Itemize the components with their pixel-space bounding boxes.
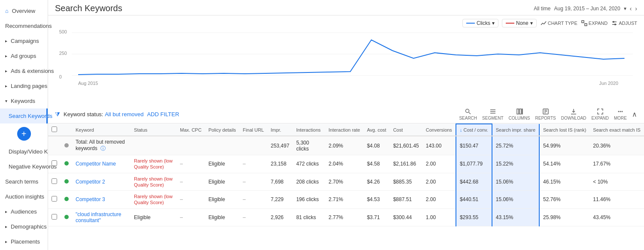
sidebar-item-search-terms[interactable]: Search terms (0, 174, 48, 189)
row-conversions-0: 2.00 (422, 155, 456, 173)
row-dot-0 (61, 155, 72, 173)
sidebar-item-campaigns[interactable]: ▸ Campaigns (0, 33, 48, 48)
total-dot-cell (61, 136, 72, 155)
download-toolbar-btn[interactable]: DOWNLOAD (561, 108, 586, 120)
th-avg-cost[interactable]: Avg. cost (364, 124, 390, 136)
row-select-checkbox-3[interactable] (52, 214, 57, 220)
nav-back-icon[interactable]: ‹ (630, 5, 632, 12)
chart-type-btn[interactable]: CHART TYPE (540, 20, 577, 27)
adjust-btn[interactable]: ADJUST (611, 20, 637, 27)
row-avg-cost-2: $4.53 (364, 191, 390, 209)
status-cell-1: Rarely shown (low Quality Score) (131, 173, 176, 191)
row-checkbox-0[interactable] (48, 155, 61, 173)
svg-text:Jun 2020: Jun 2020 (599, 81, 618, 86)
sidebar-item-demographics[interactable]: ▸ Demographics (0, 219, 48, 234)
row-select-checkbox-2[interactable] (52, 196, 57, 202)
segment-toolbar-btn[interactable]: SEGMENT (482, 108, 503, 120)
row-final-url-0: – (240, 155, 267, 173)
none-label: None (516, 20, 529, 26)
row-cost-0: $2,161.86 (390, 155, 422, 173)
date-range-dropdown-icon[interactable]: ▾ (624, 6, 626, 12)
svg-rect-1 (585, 24, 587, 26)
clicks-legend[interactable]: Clicks ▾ (462, 19, 498, 27)
reports-label: REPORTS (535, 116, 556, 120)
more-toolbar-btn[interactable]: MORE (614, 108, 627, 120)
sidebar-item-auction-insights[interactable]: Auction insights (0, 189, 48, 204)
th-max-cpc[interactable]: Max. CPC (176, 124, 205, 136)
row-dot-2 (61, 191, 72, 209)
row-checkbox-1[interactable] (48, 173, 61, 191)
segment-label: SEGMENT (482, 116, 503, 120)
row-keyword-0[interactable]: Competitor Name (72, 155, 131, 173)
th-interaction-rate[interactable]: Interaction rate (325, 124, 363, 136)
sidebar-item-recommendations[interactable]: Recommendations (0, 18, 48, 33)
total-impr-cell: 253,497 (267, 136, 293, 155)
th-search-impr-share[interactable]: Search impr. share (492, 124, 539, 136)
main-content: Search Keywords All time Aug 19, 2015 – … (48, 0, 644, 250)
svg-line-15 (469, 112, 471, 114)
sidebar-label-audiences: Audiences (11, 208, 37, 215)
row-policy-2: Eligible (205, 191, 239, 209)
row-select-checkbox-0[interactable] (52, 160, 57, 166)
row-keyword-3[interactable]: "cloud infrastructure consultant" (72, 208, 131, 226)
sidebar-item-ads-extensions[interactable]: ▸ Ads & extensions (0, 63, 48, 78)
clicks-dropdown-icon[interactable]: ▾ (492, 20, 495, 26)
sidebar-item-keywords[interactable]: ▾ Keywords (0, 93, 48, 108)
none-line-color (506, 23, 514, 24)
row-keyword-2[interactable]: Competitor 3 (72, 191, 131, 209)
total-info-icon[interactable]: ⓘ (100, 145, 106, 151)
add-button[interactable]: + (17, 127, 31, 141)
columns-toolbar-btn[interactable]: COLUMNS (509, 108, 530, 120)
add-filter-btn[interactable]: ADD FILTER (147, 111, 179, 117)
select-all-checkbox[interactable] (52, 127, 57, 132)
total-cost-conv-cell: $150.47 (456, 136, 492, 155)
row-search-lost-1: 46.15% (539, 173, 589, 191)
row-impr-3: 2,926 (267, 208, 293, 226)
row-search-exact-3: 43.45% (589, 208, 644, 226)
sidebar-item-landing-pages[interactable]: ▸ Landing pages (0, 78, 48, 93)
sidebar-item-audiences[interactable]: ▸ Audiences (0, 204, 48, 219)
th-status[interactable]: Status (131, 124, 176, 136)
sidebar-item-search-keywords[interactable]: Search Keywords (0, 108, 48, 123)
sidebar-item-negative-keywords[interactable]: Negative Keywords (0, 159, 48, 174)
total-status-cell (131, 136, 176, 155)
sidebar-item-display-video[interactable]: Display/Video Keywords (0, 144, 48, 159)
row-final-url-3: – (240, 208, 267, 226)
th-cost[interactable]: Cost (390, 124, 422, 136)
sidebar-item-placements[interactable]: ▸ Placements (0, 234, 48, 249)
row-cost-conv-0: $1,077.79 (456, 155, 492, 173)
th-policy[interactable]: Policy details (205, 124, 239, 136)
search-toolbar-btn[interactable]: SEARCH (459, 108, 477, 120)
total-policy-cell (205, 136, 239, 155)
total-label-cell: Total: All but removed keywords ⓘ (72, 136, 131, 155)
table-row: Competitor 3 Rarely shown (low Quality S… (48, 191, 644, 209)
th-keyword[interactable]: Keyword (72, 124, 131, 136)
th-cost-conv[interactable]: ↓ Cost / conv. (456, 124, 492, 136)
th-interactions[interactable]: Interactions (293, 124, 325, 136)
total-status-dot (64, 143, 69, 148)
chart-type-label: CHART TYPE (548, 21, 577, 26)
all-time-label: All time (534, 6, 550, 12)
row-select-checkbox-1[interactable] (52, 178, 57, 184)
none-legend[interactable]: None ▾ (502, 19, 537, 27)
expand-toolbar-btn[interactable]: EXPAND (592, 108, 609, 120)
collapse-btn[interactable]: ∧ (632, 110, 637, 118)
sidebar-item-adgroups[interactable]: ▸ Ad groups (0, 48, 48, 63)
none-dropdown-icon[interactable]: ▾ (530, 20, 533, 26)
row-keyword-1[interactable]: Competitor 2 (72, 173, 131, 191)
row-final-url-2: – (240, 191, 267, 209)
reports-toolbar-btn[interactable]: REPORTS (535, 108, 556, 120)
th-conversions[interactable]: Conversions (422, 124, 456, 136)
nav-forward-icon[interactable]: › (635, 5, 637, 12)
expand-btn[interactable]: EXPAND (581, 20, 608, 27)
row-max-cpc-1: – (176, 173, 205, 191)
svg-text:Aug 2015: Aug 2015 (78, 81, 98, 86)
sidebar-item-overview[interactable]: ⌂ Overview (0, 3, 48, 18)
th-impr[interactable]: Impr. (267, 124, 293, 136)
th-search-lost-rank[interactable]: Search lost IS (rank) (539, 124, 589, 136)
sidebar-label-ads-extensions: Ads & extensions (11, 68, 54, 74)
th-search-exact[interactable]: Search exact match IS (589, 124, 644, 136)
row-checkbox-3[interactable] (48, 208, 61, 226)
th-final-url[interactable]: Final URL (240, 124, 267, 136)
row-checkbox-2[interactable] (48, 191, 61, 209)
